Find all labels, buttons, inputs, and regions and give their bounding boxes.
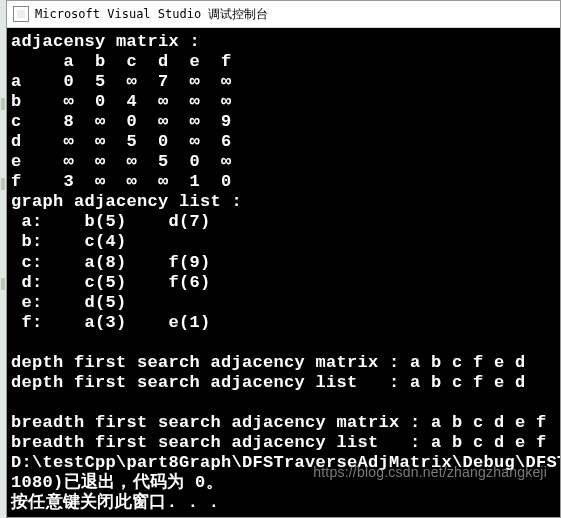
window-title: Microsoft Visual Studio 调试控制台 xyxy=(35,6,268,23)
console-window: Microsoft Visual Studio 调试控制台 adjacensy … xyxy=(6,0,561,518)
bg-mark xyxy=(1,278,5,290)
bg-mark xyxy=(1,178,5,190)
bg-mark xyxy=(1,98,5,110)
app-icon xyxy=(13,6,29,22)
console-output[interactable]: adjacensy matrix : a b c d e f a 0 5 ∞ 7… xyxy=(7,28,560,517)
titlebar[interactable]: Microsoft Visual Studio 调试控制台 xyxy=(7,1,560,28)
